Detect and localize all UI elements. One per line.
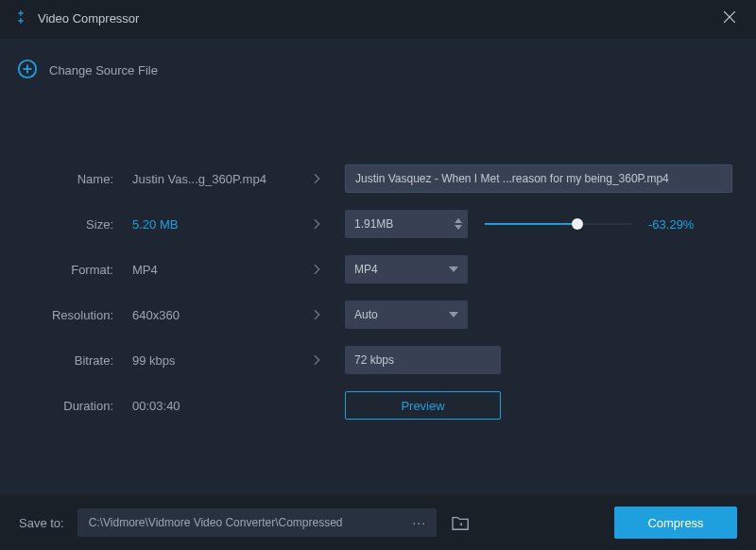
compress-icon — [13, 9, 28, 27]
target-bitrate-field: 72 kbps — [345, 346, 501, 374]
source-bitrate: 99 kbps — [132, 353, 288, 368]
plus-circle-icon — [17, 59, 38, 82]
chevron-down-icon — [449, 312, 458, 318]
source-duration: 00:03:40 — [132, 399, 288, 413]
change-source-button[interactable]: Change Source File — [0, 38, 756, 82]
target-size-stepper[interactable]: 1.91MB — [345, 210, 468, 238]
compress-button-label: Compress — [647, 516, 703, 530]
source-format: MP4 — [132, 263, 288, 277]
slider-thumb[interactable] — [572, 218, 583, 230]
source-name: Justin Vas...g_360P.mp4 — [132, 172, 288, 186]
label-name: Name: — [28, 172, 123, 186]
resolution-dropdown[interactable]: Auto — [345, 301, 468, 329]
preview-button[interactable]: Preview — [345, 391, 501, 420]
format-value: MP4 — [354, 263, 449, 276]
row-duration: Duration: 00:03:40 Preview — [28, 383, 728, 428]
target-bitrate-value: 72 kbps — [354, 353, 394, 367]
target-name-field[interactable]: Justin Vasquez - When I Met ...reason fo… — [345, 164, 732, 193]
save-path-text: C:\Vidmore\Vidmore Video Converter\Compr… — [89, 516, 343, 529]
size-percent: -63.29% — [648, 217, 694, 232]
row-bitrate: Bitrate: 99 kbps 72 kbps — [28, 337, 728, 383]
chevron-down-icon — [449, 266, 458, 272]
preview-button-label: Preview — [401, 399, 444, 413]
arrow-icon — [298, 307, 335, 322]
stepper-down-icon[interactable] — [455, 225, 462, 230]
label-format: Format: — [28, 263, 123, 277]
row-size: Size: 5.20 MB 1.91MB -63.29% — [28, 201, 728, 247]
bottom-bar: Save to: C:\Vidmore\Vidmore Video Conver… — [0, 495, 756, 550]
change-source-label: Change Source File — [49, 63, 158, 77]
title-bar: Video Compressor — [0, 0, 756, 38]
label-size: Size: — [28, 217, 123, 232]
source-resolution: 640x360 — [132, 308, 288, 322]
label-bitrate: Bitrate: — [28, 353, 123, 368]
dots-icon: ··· — [412, 515, 426, 530]
slider-fill — [485, 223, 577, 225]
size-slider[interactable] — [485, 217, 631, 231]
save-path-field[interactable]: C:\Vidmore\Vidmore Video Converter\Compr… — [77, 508, 403, 537]
arrow-icon — [298, 216, 335, 232]
window-title: Video Compressor — [38, 11, 139, 26]
row-name: Name: Justin Vas...g_360P.mp4 Justin Vas… — [28, 156, 728, 201]
stepper-arrows — [455, 218, 462, 230]
arrow-icon — [298, 352, 335, 368]
settings-panel: Name: Justin Vas...g_360P.mp4 Justin Vas… — [0, 82, 756, 428]
save-to-label: Save to: — [19, 516, 64, 530]
row-format: Format: MP4 MP4 — [28, 247, 728, 292]
row-resolution: Resolution: 640x360 Auto — [28, 292, 728, 337]
arrow-icon — [298, 262, 335, 277]
open-folder-button[interactable] — [444, 508, 478, 537]
title-left: Video Compressor — [13, 9, 139, 27]
source-size: 5.20 MB — [132, 217, 288, 232]
compress-button[interactable]: Compress — [614, 507, 737, 539]
folder-arrow-icon — [451, 514, 472, 531]
browse-button[interactable]: ··· — [403, 508, 437, 537]
target-size-value: 1.91MB — [354, 217, 455, 231]
stepper-up-icon[interactable] — [455, 218, 462, 223]
close-button[interactable] — [716, 4, 743, 33]
label-resolution: Resolution: — [28, 308, 123, 322]
resolution-value: Auto — [354, 308, 449, 321]
arrow-icon — [298, 171, 335, 186]
format-dropdown[interactable]: MP4 — [345, 255, 468, 284]
target-name-text: Justin Vasquez - When I Met ...reason fo… — [355, 172, 669, 185]
label-duration: Duration: — [28, 399, 123, 413]
